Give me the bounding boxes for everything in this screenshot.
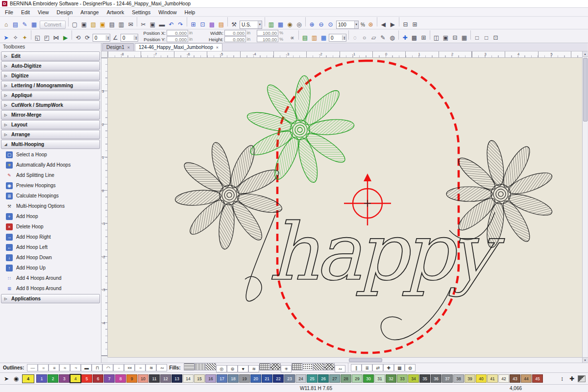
sculpture-run-icon[interactable]: ≈ [59, 364, 70, 371]
menu-artwork[interactable]: Artwork [103, 8, 128, 16]
wave-fill-icon[interactable]: ≋ [248, 365, 259, 372]
color-swatch-31[interactable]: 31 [374, 374, 385, 383]
satin-outline-icon[interactable]: ▬ [81, 364, 92, 371]
color-swatch-5[interactable]: 5 [81, 374, 92, 383]
cut-icon[interactable]: ✂ [139, 20, 148, 29]
show-design-view-icon[interactable]: ▥ [267, 20, 276, 29]
magic-wand-select-icon[interactable]: ✦ [20, 33, 29, 42]
magic-box-icon[interactable]: ▩ [207, 20, 217, 29]
menu-view[interactable]: View [34, 8, 53, 16]
undo-icon[interactable]: ↶ [167, 20, 176, 29]
toolbox-item-add-hoop-down[interactable]: ↓Add Hoop Down [0, 252, 101, 263]
artwork-canvas-icon[interactable]: ✎ [20, 20, 29, 29]
double-outline-icon[interactable]: = [38, 364, 49, 371]
redo-icon[interactable]: ↷ [176, 20, 185, 29]
print-layout-1-icon[interactable]: ◫ [432, 33, 441, 42]
tools-icon[interactable]: ⚒ [229, 20, 239, 29]
color-swatch-29[interactable]: 29 [352, 374, 363, 383]
wave-outline-icon[interactable]: ◠ [102, 364, 113, 371]
blanket-outline-icon[interactable]: ⊓ [92, 364, 102, 371]
color-swatch-34[interactable]: 34 [408, 374, 419, 383]
scroll-down-icon[interactable]: ▾ [583, 357, 588, 363]
color-swatch-2[interactable]: 2 [48, 374, 58, 383]
hoop-count-input[interactable]: 0▴▾ [329, 34, 346, 42]
circle-fill-icon[interactable]: ⊚ [227, 365, 238, 372]
color-swatch-27[interactable]: 27 [329, 374, 340, 383]
overlap-windows-icon[interactable]: ⊟ [401, 20, 410, 29]
pointer-tool-icon[interactable]: ➤ [2, 374, 11, 383]
toolbox-section-multi-hooping[interactable]: ◢Multi-Hooping [1, 140, 100, 149]
motif-run-icon[interactable]: ·· [113, 364, 124, 371]
color-swatch-20[interactable]: 20 [250, 374, 261, 383]
color-swatch-44[interactable]: 44 [521, 374, 532, 383]
color-swatch-3[interactable]: 3 [59, 374, 70, 383]
add-color-button[interactable]: ✚ [567, 374, 576, 383]
color-swatch-8[interactable]: 8 [115, 374, 126, 383]
print-layout-4-icon[interactable]: ▦ [460, 33, 469, 42]
net-fill-icon[interactable] [292, 363, 302, 370]
menu-design[interactable]: Design [53, 8, 77, 16]
dot-fill-icon[interactable] [302, 363, 313, 370]
tile-windows-icon[interactable]: ⊞ [410, 20, 419, 29]
hoop-options-icon[interactable]: ⊡ [491, 33, 500, 42]
color-swatch-10[interactable]: 10 [138, 374, 148, 383]
measurement-units-select[interactable]: U.S.▾ [240, 21, 262, 29]
cross-outline-icon[interactable]: ×× [124, 364, 135, 371]
polygon-select-icon[interactable]: ✧ [11, 33, 20, 42]
effects-icon[interactable]: ✚ [383, 364, 394, 371]
print-preview-icon[interactable]: ▥ [117, 20, 126, 29]
freehand-pen-icon[interactable]: ✎ [378, 33, 388, 42]
option-box-1-icon[interactable]: □ [472, 33, 482, 42]
color-swatch-1[interactable]: 1 [36, 374, 47, 383]
toolbox-item-add-4-hoops-around[interactable]: ∷Add 4 Hoops Around [0, 273, 101, 283]
hoop-template-icon[interactable]: ▥ [310, 33, 319, 42]
skew-icon[interactable]: ∠ [111, 33, 120, 42]
color-swatch-22[interactable]: 22 [273, 374, 284, 383]
cross-stitch-fill-icon[interactable] [270, 363, 281, 370]
globe-fill-icon[interactable]: ◍ [405, 364, 416, 371]
zigzag-outline-icon[interactable]: ~ [70, 364, 81, 371]
toolbox-item-add-splitting-line[interactable]: ✎Add Splitting Line [0, 170, 101, 180]
color-swatch-11[interactable]: 11 [149, 374, 160, 383]
scroll-palette-button[interactable]: ↕ [558, 374, 566, 383]
color-swatch-36[interactable]: 36 [431, 374, 441, 383]
scale-x-input[interactable]: 100.00 [257, 30, 278, 36]
underlay-icon[interactable]: ≣ [362, 364, 372, 371]
insert-embroidery-icon[interactable]: ⊞ [189, 20, 198, 29]
mirror-merge-icon[interactable]: ⋈ [51, 33, 61, 42]
toolbox-item-preview-hoopings[interactable]: ◉Preview Hoopings [0, 180, 101, 191]
insert-artwork-icon[interactable]: ⊡ [198, 20, 207, 29]
color-swatch-17[interactable]: 17 [217, 374, 227, 383]
spinner-icon[interactable]: ▴▾ [134, 35, 138, 40]
toolbox-section-cutwork-stumpwork[interactable]: ▷CutWork / StumpWork [1, 100, 100, 110]
save-design-icon[interactable]: ▣ [98, 20, 107, 29]
candlewick-outline-icon[interactable]: ◦◦ [135, 364, 146, 371]
menu-settings[interactable]: Settings [128, 8, 154, 16]
color-swatch-13[interactable]: 13 [172, 374, 182, 383]
close-tab-icon[interactable]: × [127, 45, 130, 50]
zoom-to-fit-icon[interactable]: ⊙ [326, 20, 335, 29]
toolbox-item-add-hoop-right[interactable]: →Add Hoop Right [0, 232, 101, 242]
vine-run-icon[interactable]: ∾ [156, 364, 167, 371]
color-swatch-30[interactable]: 30 [363, 374, 374, 383]
color-swatch-37[interactable]: 37 [442, 374, 453, 383]
toolbox-section-arrange[interactable]: ▷Arrange [1, 130, 100, 139]
tab-design1[interactable]: Design1× [102, 43, 134, 51]
color-swatch-42[interactable]: 42 [498, 374, 509, 383]
menu-edit[interactable]: Edit [17, 8, 34, 16]
lacework-fill-icon[interactable] [313, 363, 324, 370]
zoom-in-icon[interactable]: ⊕ [307, 20, 317, 29]
color-swatch-9[interactable]: 9 [126, 374, 137, 383]
color-swatch-41[interactable]: 41 [487, 374, 498, 383]
vertical-scroll-thumb[interactable] [583, 58, 588, 122]
texture-icon[interactable]: ▦ [394, 364, 405, 371]
toolbox-item-add-hoop[interactable]: +Add Hoop [0, 211, 101, 221]
color-swatch-35[interactable]: 35 [419, 374, 430, 383]
print-layout-3-icon[interactable]: ⊟ [450, 33, 460, 42]
toolbox-item-automatically-add-hoops[interactable]: ✳Automatically Add Hoops [0, 160, 101, 170]
color-swatch-21[interactable]: 21 [262, 374, 272, 383]
copy-icon[interactable]: ▣ [148, 20, 157, 29]
background-color-button[interactable] [577, 374, 586, 383]
print-icon[interactable]: ▤ [107, 20, 117, 29]
color-wheel-icon[interactable]: ◉ [12, 374, 21, 383]
